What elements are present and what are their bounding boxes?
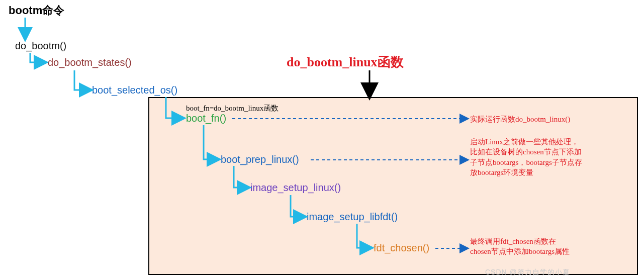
arrow-states-to-selectedos xyxy=(74,70,89,90)
arrow-bootfn-to-preplinux xyxy=(204,125,217,159)
arrow-dobootm-to-states xyxy=(30,53,44,62)
arrow-selectedos-to-bootfn xyxy=(166,97,182,118)
arrows-layer xyxy=(0,0,644,278)
arrow-libfdt-to-fdtchosen xyxy=(357,224,370,248)
arrow-preplinux-to-setuplinux xyxy=(234,166,247,188)
arrow-setuplinux-to-libfdt xyxy=(291,195,304,217)
